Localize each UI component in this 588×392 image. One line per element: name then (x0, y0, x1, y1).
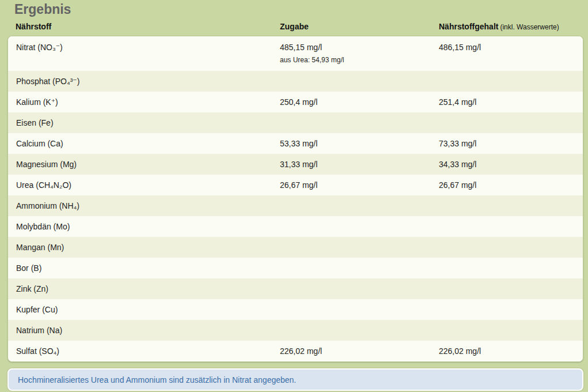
table-row-magnesium: Magnesium (Mg)31,33 mg/l34,33 mg/l (8, 154, 583, 175)
table-row-phosphat: Phosphat (PO₄³⁻) (8, 71, 583, 92)
zugabe-value: 53,33 mg/l (280, 139, 439, 149)
table-row-ammonium: Ammonium (NH₄) (8, 195, 583, 216)
nutrient-name: Kupfer (Cu) (8, 305, 280, 315)
nutrient-name: Phosphat (PO₄³⁻) (8, 77, 280, 86)
column-header-naehrstoffgehalt: Nährstoffgehalt(inkl. Wasserwerte) (439, 22, 588, 31)
gehalt-value: 226,02 mg/l (439, 346, 583, 356)
table-header: Nährstoff Zugabe Nährstoffgehalt(inkl. W… (0, 17, 588, 36)
table-row-eisen: Eisen (Fe) (8, 112, 583, 133)
zugabe-value: 31,33 mg/l (280, 160, 439, 169)
table-row-molybdaen: Molybdän (Mo) (8, 216, 583, 237)
nutrient-name: Natrium (Na) (8, 326, 280, 336)
results-table: Nitrat (NO₃⁻)485,15 mg/laus Urea: 54,93 … (7, 36, 583, 362)
nutrient-name: Calcium (Ca) (8, 139, 280, 149)
nutrient-name: Sulfat (SO₄) (8, 346, 280, 356)
page-title: Ergebnis (0, 0, 588, 17)
table-row-nitrat: Nitrat (NO₃⁻)485,15 mg/laus Urea: 54,93 … (8, 36, 583, 71)
zugabe-subnote: aus Urea: 54,93 mg/l (280, 56, 439, 64)
nutrient-name: Ammonium (NH₄) (8, 201, 280, 211)
info-note: Hochmineralisiertes Urea und Ammonium si… (7, 368, 583, 391)
column-header-naehrstoff: Nährstoff (7, 22, 280, 31)
info-note-text: Hochmineralisiertes Urea und Ammonium si… (18, 375, 296, 385)
nutrient-name: Eisen (Fe) (8, 118, 280, 128)
table-row-kalium: Kalium (K⁺)250,4 mg/l251,4 mg/l (8, 92, 583, 112)
gehalt-value: 251,4 mg/l (439, 97, 583, 107)
nutrient-name: Urea (CH₄N₂O) (8, 180, 280, 190)
nutrient-name: Kalium (K⁺) (8, 97, 280, 107)
nutrient-name: Nitrat (NO₃⁻) (8, 36, 280, 52)
column-header-naehrstoffgehalt-sublabel: (inkl. Wasserwerte) (500, 23, 559, 31)
nutrient-name: Magnesium (Mg) (8, 160, 280, 169)
zugabe-value: 250,4 mg/l (280, 97, 439, 107)
gehalt-value: 73,33 mg/l (439, 139, 583, 149)
table-row-natrium: Natrium (Na) (8, 320, 583, 341)
nutrient-name: Mangan (Mn) (8, 243, 280, 252)
table-row-zink: Zink (Zn) (8, 278, 583, 299)
zugabe-value: 26,67 mg/l (280, 180, 439, 190)
table-row-urea: Urea (CH₄N₂O)26,67 mg/l26,67 mg/l (8, 175, 583, 195)
gehalt-value: 26,67 mg/l (439, 180, 583, 190)
gehalt-value: 486,15 mg/l (439, 36, 583, 52)
nutrient-name: Molybdän (Mo) (8, 222, 280, 232)
zugabe-value: 485,15 mg/laus Urea: 54,93 mg/l (280, 36, 439, 64)
column-header-zugabe: Zugabe (280, 22, 439, 31)
nutrient-name: Bor (B) (8, 263, 280, 273)
gehalt-value: 34,33 mg/l (439, 160, 583, 169)
table-row-mangan: Mangan (Mn) (8, 237, 583, 258)
zugabe-value: 226,02 mg/l (280, 346, 439, 356)
table-row-sulfat: Sulfat (SO₄)226,02 mg/l226,02 mg/l (8, 341, 583, 361)
table-row-kupfer: Kupfer (Cu) (8, 299, 583, 320)
table-row-calcium: Calcium (Ca)53,33 mg/l73,33 mg/l (8, 133, 583, 154)
table-row-bor: Bor (B) (8, 258, 583, 278)
nutrient-name: Zink (Zn) (8, 284, 280, 294)
column-header-naehrstoffgehalt-label: Nährstoffgehalt (439, 22, 498, 31)
ergebnis-page: Ergebnis Nährstoff Zugabe Nährstoffgehal… (0, 0, 588, 392)
